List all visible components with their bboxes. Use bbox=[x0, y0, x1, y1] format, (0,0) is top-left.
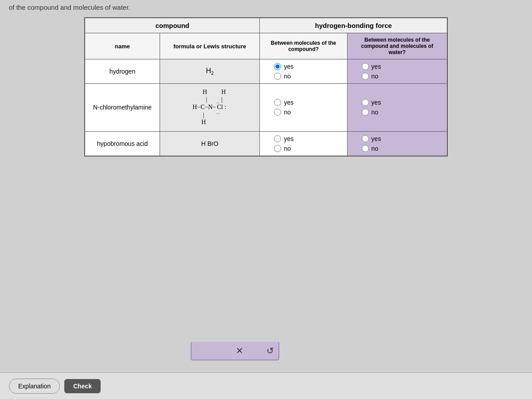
between-hydrogen: yes no bbox=[260, 59, 347, 84]
formula-hypobromous: H BrO bbox=[160, 131, 260, 156]
radio-between-nchloromethylamine-no[interactable] bbox=[274, 109, 281, 116]
between-nchloromethylamine-no[interactable]: no bbox=[274, 109, 291, 116]
between-hydrogen-group: yes no bbox=[265, 63, 341, 80]
water-hydrogen-group: yes no bbox=[353, 63, 442, 80]
name-nchloromethylamine: N-chloromethylamine bbox=[85, 84, 160, 132]
undo-icon[interactable]: ↺ bbox=[266, 345, 274, 356]
radio-between-hypobromous-no[interactable] bbox=[274, 145, 281, 152]
main-table: compound hydrogen-bonding force name for… bbox=[85, 18, 447, 156]
header-text: of the compound and molecules of water. bbox=[9, 4, 130, 11]
radio-water-hydrogen-no[interactable] bbox=[362, 73, 369, 80]
close-icon[interactable]: ✕ bbox=[236, 345, 243, 356]
water-hydrogen-no[interactable]: no bbox=[362, 73, 379, 80]
radio-water-hypobromous-yes[interactable] bbox=[362, 135, 369, 142]
name-hypobromous: hypobromous acid bbox=[85, 131, 160, 156]
page-header: of the compound and molecules of water. bbox=[0, 0, 532, 13]
radio-water-hypobromous-no[interactable] bbox=[362, 145, 369, 152]
radio-between-hydrogen-yes[interactable] bbox=[274, 63, 281, 70]
water-hypobromous-no[interactable]: no bbox=[362, 145, 379, 152]
col-header-hbf: hydrogen-bonding force bbox=[260, 18, 447, 33]
col-header-compound: compound bbox=[85, 18, 260, 33]
between-hypobromous-no[interactable]: no bbox=[274, 145, 291, 152]
radio-water-hydrogen-yes[interactable] bbox=[362, 63, 369, 70]
between-hydrogen-no[interactable]: no bbox=[274, 73, 291, 80]
water-hypobromous-group: yes no bbox=[353, 135, 442, 152]
radio-between-hydrogen-no[interactable] bbox=[274, 73, 281, 80]
formula-hydrogen: H2 bbox=[160, 59, 260, 84]
water-hypobromous: yes no bbox=[347, 131, 447, 156]
formula-nchloromethylamine: H H | | H−C−N− bbox=[160, 84, 260, 132]
radio-water-nchloromethylamine-no[interactable] bbox=[362, 109, 369, 116]
water-nchloromethylamine-no[interactable]: no bbox=[362, 109, 379, 116]
check-button[interactable]: Check bbox=[64, 379, 101, 393]
between-hypobromous: yes no bbox=[260, 131, 347, 156]
row-nchloromethylamine: N-chloromethylamine H H bbox=[85, 84, 447, 132]
radio-water-nchloromethylamine-yes[interactable] bbox=[362, 99, 369, 106]
lewis-chloro-structure: H H | | H−C−N− bbox=[165, 87, 254, 128]
name-hydrogen: hydrogen bbox=[85, 59, 160, 84]
formula-h2-text: H2 bbox=[206, 67, 214, 74]
water-hydrogen-yes[interactable]: yes bbox=[362, 63, 381, 70]
sub-col-water: Between molecules of the compound and mo… bbox=[347, 33, 447, 59]
radio-between-nchloromethylamine-yes[interactable] bbox=[274, 99, 281, 106]
water-nchloromethylamine-group: yes no bbox=[353, 99, 442, 116]
action-overlay: ✕ ↺ bbox=[191, 342, 279, 360]
sub-col-formula: formula or Lewis structure bbox=[160, 33, 260, 59]
between-nchloromethylamine-group: yes no bbox=[265, 99, 341, 116]
bottom-bar: Explanation Check bbox=[0, 372, 532, 399]
sub-col-name: name bbox=[85, 33, 160, 59]
radio-between-hypobromous-yes[interactable] bbox=[274, 135, 281, 142]
water-hydrogen: yes no bbox=[347, 59, 447, 84]
table-wrapper: compound hydrogen-bonding force name for… bbox=[84, 17, 448, 156]
sub-col-between: Between molecules of the compound? bbox=[260, 33, 347, 59]
between-hydrogen-yes[interactable]: yes bbox=[274, 63, 293, 70]
between-nchloromethylamine-yes[interactable]: yes bbox=[274, 99, 293, 106]
formula-hbro-text: H BrO bbox=[201, 140, 219, 147]
row-hydrogen: hydrogen H2 yes no bbox=[85, 59, 447, 84]
between-hypobromous-yes[interactable]: yes bbox=[274, 135, 293, 142]
explanation-button[interactable]: Explanation bbox=[9, 379, 60, 394]
row-hypobromous: hypobromous acid H BrO yes bbox=[85, 131, 447, 156]
between-hypobromous-group: yes no bbox=[265, 135, 341, 152]
main-content: compound hydrogen-bonding force name for… bbox=[0, 13, 532, 179]
between-nchloromethylamine: yes no bbox=[260, 84, 347, 132]
water-nchloromethylamine-yes[interactable]: yes bbox=[362, 99, 381, 106]
water-hypobromous-yes[interactable]: yes bbox=[362, 135, 381, 142]
water-nchloromethylamine: yes no bbox=[347, 84, 447, 132]
